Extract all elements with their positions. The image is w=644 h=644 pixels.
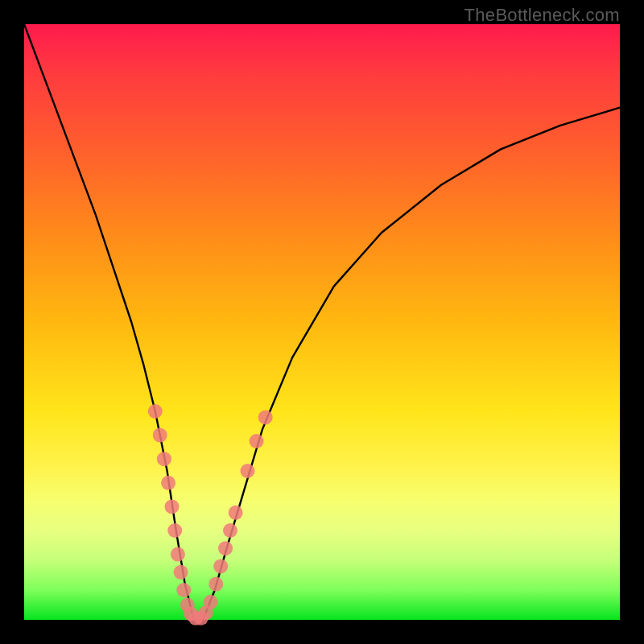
scatter-point bbox=[223, 523, 237, 538]
bottleneck-curve-path bbox=[24, 24, 620, 620]
scatter-point bbox=[250, 434, 264, 448]
scatter-point bbox=[174, 565, 188, 580]
scatter-point bbox=[176, 583, 191, 597]
scatter-point bbox=[171, 547, 185, 562]
scatter-point bbox=[204, 595, 218, 609]
scatter-point bbox=[208, 577, 223, 592]
scatter-point bbox=[241, 464, 255, 478]
curve-svg bbox=[24, 24, 620, 620]
scatter-point bbox=[258, 410, 273, 424]
scatter-points-group bbox=[148, 404, 273, 625]
scatter-point bbox=[153, 428, 167, 443]
scatter-point bbox=[165, 499, 180, 514]
chart-frame: TheBottleneck.com bbox=[0, 0, 644, 644]
scatter-point bbox=[229, 506, 243, 520]
scatter-point bbox=[161, 476, 175, 490]
scatter-point bbox=[157, 452, 171, 466]
plot-area bbox=[24, 24, 620, 620]
watermark-text: TheBottleneck.com bbox=[464, 5, 620, 26]
scatter-point bbox=[213, 559, 228, 573]
scatter-point bbox=[167, 523, 182, 538]
scatter-point bbox=[148, 404, 163, 419]
scatter-point bbox=[218, 541, 233, 555]
